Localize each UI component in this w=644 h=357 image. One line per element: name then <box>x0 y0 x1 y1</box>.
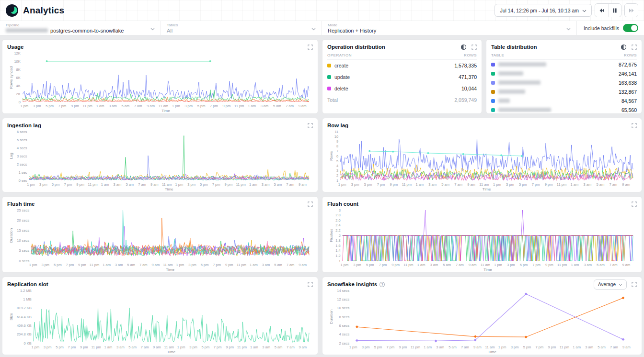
svg-text:11 am: 11 am <box>159 104 168 108</box>
svg-text:9 pm: 9 pm <box>548 345 556 349</box>
svg-text:11 am: 11 am <box>485 345 494 349</box>
snowflake-insights-chart[interactable]: Duration2 secs4 secs6 secs8 secs10 secs1… <box>327 288 637 354</box>
include-backfills-label: Include backfills <box>584 25 619 31</box>
row-value: 84,567 <box>621 98 637 104</box>
svg-text:7 pm: 7 pm <box>532 182 540 187</box>
svg-text:Rows synced: Rows synced <box>9 66 13 89</box>
svg-text:5 am: 5 am <box>128 345 137 349</box>
svg-text:3 am: 3 am <box>585 345 593 349</box>
chevron-down-icon <box>150 24 155 33</box>
flush-time-chart[interactable]: Duration0 secs5 secs10 secs15 secs20 sec… <box>7 208 313 271</box>
series-swatch <box>491 99 495 103</box>
rewind-button[interactable] <box>595 4 608 17</box>
svg-text:3 pm: 3 pm <box>39 182 47 187</box>
svg-text:7 pm: 7 pm <box>58 104 67 108</box>
svg-text:1 am: 1 am <box>424 345 432 349</box>
card-title: Flush count <box>327 201 358 207</box>
svg-text:1.2 MB: 1.2 MB <box>20 289 32 293</box>
row-value: 471,370 <box>459 74 477 80</box>
svg-text:1 am: 1 am <box>571 182 579 187</box>
svg-text:25 secs: 25 secs <box>17 208 29 212</box>
svg-text:4: 4 <box>336 164 338 168</box>
svg-text:5 pm: 5 pm <box>364 182 372 187</box>
card-table-distribution: Table distribution TABLE ROWS 872,675246… <box>486 39 642 114</box>
svg-text:1 am: 1 am <box>250 263 258 267</box>
total-row: Total 2,059,749 <box>327 94 477 106</box>
expand-icon[interactable] <box>632 201 637 207</box>
expand-icon[interactable] <box>308 201 313 207</box>
svg-text:819.2 KB: 819.2 KB <box>17 306 32 310</box>
svg-text:11 pm: 11 pm <box>83 104 92 108</box>
tables-select[interactable]: Tables All <box>161 21 322 35</box>
svg-text:1 am: 1 am <box>250 345 258 349</box>
svg-text:5 pm: 5 pm <box>523 345 531 349</box>
svg-text:5 am: 5 am <box>275 345 283 349</box>
svg-text:7 am: 7 am <box>139 263 148 267</box>
svg-text:9 am: 9 am <box>153 345 161 349</box>
table-distribution-table: TABLE ROWS 872,675246,141163,638132,8678… <box>491 52 637 112</box>
svg-text:2 secs: 2 secs <box>339 341 350 346</box>
expand-icon[interactable] <box>308 45 313 50</box>
svg-text:1 am: 1 am <box>248 104 256 108</box>
pie-chart-toggle-icon[interactable] <box>460 44 467 50</box>
replication-slot-chart[interactable]: Size0 KB204.8 KB409.6 KB614.4 KB819.2 KB… <box>7 288 313 354</box>
card-title: Replication slot <box>7 281 48 287</box>
expand-icon[interactable] <box>632 123 637 128</box>
top-bar: Analytics Jul 14, 12:26 pm - Jul 16, 10:… <box>0 0 644 21</box>
table-row: 84,567 <box>491 96 637 105</box>
help-icon[interactable]: ? <box>380 282 385 287</box>
ingestion-lag-chart[interactable]: Lag0 sec1 sec2 secs3 secs4 secs5 secs6 s… <box>7 129 313 191</box>
table-header: TABLE ROWS <box>491 52 637 60</box>
page-title: Analytics <box>23 5 64 16</box>
pipeline-select[interactable]: Pipeline postgres-common-to-snowflake <box>6 21 161 35</box>
date-range-picker[interactable]: Jul 14, 12:26 pm - Jul 16, 10:13 am <box>494 4 592 17</box>
svg-text:1.8: 1.8 <box>335 238 340 243</box>
svg-text:5 pm: 5 pm <box>202 345 210 349</box>
svg-text:1 pm: 1 pm <box>177 345 185 349</box>
expand-icon[interactable] <box>632 282 637 287</box>
svg-text:5 pm: 5 pm <box>46 104 54 108</box>
svg-text:1 am: 1 am <box>101 182 109 187</box>
redacted-text <box>498 71 523 76</box>
svg-text:9 pm: 9 pm <box>80 345 88 349</box>
svg-text:1 pm: 1 pm <box>27 182 35 187</box>
expand-icon[interactable] <box>472 45 477 50</box>
svg-text:Duration: Duration <box>9 228 13 243</box>
svg-text:3 pm: 3 pm <box>353 263 361 267</box>
svg-text:7 pm: 7 pm <box>66 263 74 267</box>
svg-text:7 pm: 7 pm <box>536 345 544 349</box>
svg-text:9 am: 9 am <box>299 263 307 267</box>
expand-icon[interactable] <box>308 282 313 287</box>
svg-text:0 KB: 0 KB <box>24 341 32 346</box>
pie-chart-toggle-icon[interactable] <box>621 44 627 50</box>
svg-text:3 pm: 3 pm <box>189 345 197 349</box>
fast-forward-button[interactable] <box>625 4 638 17</box>
flush-count-chart[interactable]: Flushes11.21.41.61.822.22.42.62.831 pm3 … <box>327 208 637 271</box>
expand-icon[interactable] <box>632 45 637 50</box>
date-range-text: Jul 14, 12:26 pm - Jul 16, 10:13 am <box>500 8 579 13</box>
row-lag-chart[interactable]: Rows12345678910111 pm3 pm5 pm7 pm9 pm11 … <box>327 129 637 191</box>
svg-text:11 pm: 11 pm <box>234 104 244 108</box>
svg-text:7 pm: 7 pm <box>214 345 222 349</box>
svg-text:3 pm: 3 pm <box>188 263 196 267</box>
usage-chart[interactable]: Rows synced02K4K6K8K10K12K1 pm3 pm5 pm7 … <box>7 51 313 112</box>
svg-text:5 am: 5 am <box>121 104 129 108</box>
include-backfills-toggle[interactable] <box>623 24 638 32</box>
svg-text:1 pm: 1 pm <box>172 104 180 108</box>
include-backfills-control: Include backfills <box>577 21 644 35</box>
svg-text:11 am: 11 am <box>164 345 174 349</box>
card-usage: Usage Rows synced02K4K6K8K10K12K1 pm3 pm… <box>2 39 318 114</box>
pause-button[interactable] <box>608 4 621 17</box>
svg-text:11 am: 11 am <box>481 263 490 267</box>
svg-text:2K: 2K <box>16 92 21 96</box>
expand-icon[interactable] <box>308 123 313 128</box>
mode-select[interactable]: Mode Replication + History <box>322 21 577 35</box>
svg-text:3 am: 3 am <box>115 263 123 267</box>
svg-text:3 pm: 3 pm <box>41 263 49 267</box>
table-row: 163,638 <box>491 78 637 87</box>
svg-text:5 pm: 5 pm <box>374 345 382 349</box>
series-swatch <box>491 108 495 112</box>
svg-text:9 pm: 9 pm <box>545 263 553 267</box>
svg-text:3 pm: 3 pm <box>506 182 514 187</box>
svg-text:9 am: 9 am <box>622 263 630 267</box>
